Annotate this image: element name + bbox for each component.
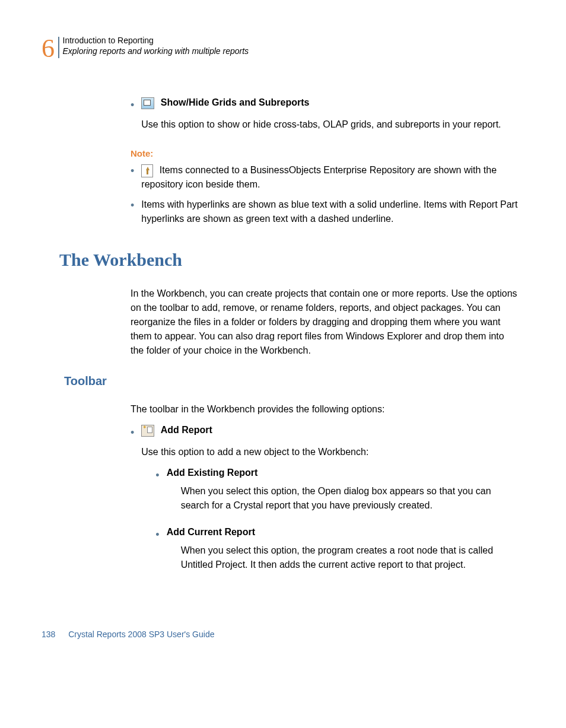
option-showhide-heading: Show/Hide Grids and Subreports	[161, 97, 310, 107]
section-toolbar-heading: Toolbar	[64, 374, 524, 388]
bullet-icon: •	[131, 200, 134, 211]
header-subtitle: Exploring reports and working with multi…	[63, 46, 249, 56]
note-item-2-text: Items with hyperlinks are shown as blue …	[141, 199, 517, 224]
sub-add-existing: • Add Existing Report When you select th…	[155, 468, 519, 521]
section-workbench-heading: The Workbench	[59, 250, 524, 270]
addreport-desc: Use this option to add a new object to t…	[141, 445, 519, 459]
header-title: Introduction to Reporting	[63, 36, 249, 45]
footer-title: Crystal Reports 2008 SP3 User's Guide	[68, 630, 214, 639]
sub-current-title: Add Current Report	[167, 527, 255, 537]
option-showhide-desc: Use this option to show or hide cross-ta…	[141, 117, 519, 132]
add-report-icon	[141, 425, 154, 437]
note-item-2: • Items with hyperlinks are shown as blu…	[131, 198, 519, 226]
page-footer: 138 Crystal Reports 2008 SP3 User's Guid…	[42, 630, 214, 639]
sub-current-desc: When you select this option, the program…	[181, 543, 519, 572]
option-addreport: • Add Report Use this option to add a ne…	[131, 425, 519, 586]
repository-icon	[141, 164, 153, 177]
bullet-icon: •	[131, 427, 134, 438]
note-item-1: • Items connected to a BusinessObjects E…	[131, 163, 519, 192]
bullet-icon: •	[131, 100, 134, 110]
chapter-number: 6	[42, 36, 55, 62]
option-showhide: • Show/Hide Grids and Subreports Use thi…	[131, 97, 519, 140]
sub-existing-desc: When you select this option, the Open di…	[181, 484, 519, 513]
bullet-icon: •	[155, 470, 159, 481]
sub-existing-title: Add Existing Report	[167, 468, 258, 478]
grids-icon	[141, 97, 154, 109]
page-header: 6 Introduction to Reporting Exploring re…	[42, 36, 524, 62]
addreport-heading: Add Report	[161, 425, 212, 435]
toolbar-intro: The toolbar in the Workbench provides th…	[131, 402, 519, 417]
header-divider	[58, 37, 59, 58]
footer-page-number: 138	[42, 630, 55, 639]
note-item-1-text: Items connected to a BusinessObjects Ent…	[141, 165, 497, 189]
sub-add-current: • Add Current Report When you select thi…	[155, 527, 519, 580]
bullet-icon: •	[155, 529, 159, 540]
note-label: Note:	[131, 148, 519, 158]
bullet-icon: •	[131, 166, 134, 176]
workbench-desc: In the Workbench, you can create project…	[131, 287, 519, 358]
